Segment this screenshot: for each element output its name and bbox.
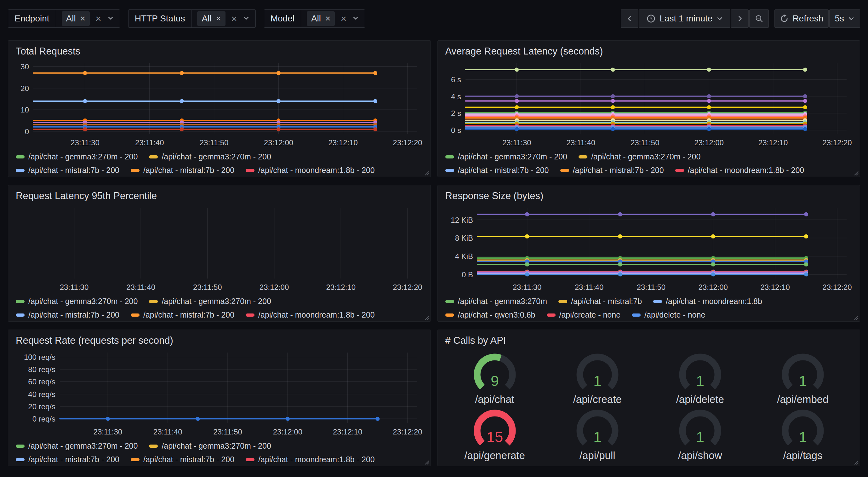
legend-item[interactable]: /api/chat - mistral:7b - 200 [560, 166, 664, 175]
panel-resize-handle[interactable] [852, 169, 859, 176]
legend-item[interactable]: /api/chat - gemma3:270m - 200 [16, 441, 137, 450]
timeseries-chart[interactable]: 23:11:3023:11:4023:11:5023:12:0023:12:10… [14, 204, 425, 294]
chevron-down-icon[interactable] [352, 14, 359, 23]
chart-canvas[interactable]: 010203023:11:3023:11:4023:11:5023:12:002… [14, 60, 425, 148]
svg-text:23:11:40: 23:11:40 [135, 138, 164, 147]
time-shift-forward-button[interactable] [731, 9, 749, 28]
filter-label[interactable]: Model [264, 10, 301, 27]
selected-value-chip[interactable]: All× [307, 11, 335, 26]
panel-title[interactable]: Request Latency 95th Percentile [14, 190, 425, 204]
legend-item[interactable]: /api/create - none [547, 310, 621, 320]
panel-title[interactable]: Average Request Latency (seconds) [443, 45, 855, 60]
legend-item[interactable]: /api/chat - mistral:7b - 200 [131, 455, 234, 464]
panel-title[interactable]: Response Size (bytes) [443, 190, 855, 204]
legend-item[interactable]: /api/chat - mistral:7b - 200 [16, 455, 119, 464]
gauge-api-generate: 15/api/generate [463, 408, 526, 461]
series-color-swatch [149, 155, 158, 158]
panel-resize-handle[interactable] [423, 458, 429, 465]
legend-item[interactable]: /api/chat - mistral:7b [558, 297, 642, 306]
clock-icon [646, 14, 656, 23]
legend-item[interactable]: /api/chat - mistral:7b - 200 [131, 310, 234, 320]
filter-label[interactable]: Endpoint [8, 10, 56, 27]
legend-item-label: /api/chat - mistral:7b - 200 [28, 455, 119, 464]
panel-title[interactable]: Total Requests [14, 45, 425, 60]
legend-item[interactable]: /api/chat - gemma3:270m - 200 [16, 297, 137, 306]
remove-value-icon[interactable]: × [326, 14, 330, 23]
zoom-out-button[interactable] [749, 9, 769, 28]
legend-item[interactable]: /api/chat - gemma3:270m - 200 [149, 152, 271, 161]
series-color-swatch [131, 458, 140, 461]
series-color-swatch [653, 300, 662, 303]
chart-canvas[interactable]: 0 s2 s4 s6 s23:11:3023:11:4023:11:5023:1… [443, 60, 855, 148]
timeseries-chart[interactable]: 0 req/s20 req/s40 req/s60 req/s80 req/s1… [14, 349, 425, 439]
filter-value-dropdown[interactable]: All×× [301, 10, 365, 27]
selected-value-chip[interactable]: All× [197, 11, 225, 26]
timeseries-chart[interactable]: 010203023:11:3023:11:4023:11:5023:12:002… [14, 60, 425, 150]
legend-item[interactable]: /api/chat - gemma3:270m [445, 297, 547, 306]
legend-item[interactable]: /api/chat - gemma3:270m - 200 [149, 441, 271, 450]
gauge-arc: 1 [566, 352, 629, 393]
legend-item[interactable]: /api/chat - moondream:1.8b - 200 [246, 166, 375, 175]
legend-item[interactable]: /api/chat - gemma3:270m - 200 [579, 152, 701, 161]
legend-item-label: /api/chat - gemma3:270m - 200 [161, 152, 271, 161]
legend-item[interactable]: /api/chat - qwen3:0.6b [445, 310, 535, 320]
chart-canvas[interactable]: 0 B4 KiB8 KiB12 KiB23:11:3023:11:4023:11… [443, 204, 855, 293]
gauge-value: 1 [799, 428, 807, 445]
series-color-swatch [547, 314, 556, 317]
legend-item[interactable]: /api/chat - mistral:7b - 200 [16, 310, 119, 320]
refresh-button[interactable]: Refresh [774, 9, 829, 28]
gauge-arc: 1 [566, 408, 629, 450]
legend-item[interactable]: /api/chat - moondream:1.8b - 200 [246, 455, 375, 464]
time-range-picker[interactable]: Last 1 minute [639, 9, 731, 28]
clear-filter-icon[interactable]: × [95, 13, 101, 24]
legend-item[interactable]: /api/chat - mistral:7b - 200 [131, 166, 234, 175]
svg-text:23:12:10: 23:12:10 [328, 138, 358, 147]
panel-request-rate: Request Rate (requests per second) 0 req… [8, 330, 431, 466]
legend-item[interactable]: /api/chat - mistral:7b - 200 [445, 166, 549, 175]
selected-value-chip[interactable]: All× [62, 11, 90, 26]
legend-item[interactable]: /api/chat - mistral:7b - 200 [16, 166, 119, 175]
gauge-value: 1 [799, 372, 807, 389]
clear-filter-icon[interactable]: × [231, 13, 237, 24]
series-color-swatch [632, 314, 641, 317]
legend-item-label: /api/chat - moondream:1.8b [666, 297, 762, 306]
panel-title[interactable]: # Calls by API [443, 334, 855, 349]
legend-item-label: /api/chat - moondream:1.8b - 200 [258, 310, 375, 320]
legend-item[interactable]: /api/chat - gemma3:270m - 200 [16, 152, 137, 161]
svg-text:30: 30 [21, 62, 29, 71]
legend-item[interactable]: /api/chat - moondream:1.8b - 200 [246, 310, 375, 320]
legend-item[interactable]: /api/chat - moondream:1.8b - 200 [675, 166, 804, 175]
panel-resize-handle[interactable] [852, 458, 859, 465]
legend-item[interactable]: /api/chat - gemma3:270m - 200 [149, 297, 271, 306]
clear-filter-icon[interactable]: × [340, 13, 346, 24]
gauge-arc: 1 [669, 408, 732, 450]
chevron-down-icon[interactable] [107, 14, 114, 23]
panel-resize-handle[interactable] [852, 314, 859, 320]
legend-item-label: /api/chat - mistral:7b [571, 297, 642, 306]
svg-text:20 req/s: 20 req/s [28, 402, 56, 411]
panel-title[interactable]: Request Rate (requests per second) [14, 334, 425, 349]
panel-calls-by-api: # Calls by API 9/api/chat1/api/create1/a… [437, 330, 861, 466]
legend-item[interactable]: /api/chat - gemma3:270m - 200 [445, 152, 567, 161]
panel-resize-handle[interactable] [423, 169, 429, 176]
timeseries-chart[interactable]: 0 s2 s4 s6 s23:11:3023:11:4023:11:5023:1… [443, 60, 855, 150]
chart-canvas[interactable]: 0 req/s20 req/s40 req/s60 req/s80 req/s1… [14, 349, 425, 438]
gauge-value: 1 [593, 372, 601, 389]
chart-canvas[interactable]: 23:11:3023:11:4023:11:5023:12:0023:12:10… [14, 204, 425, 293]
chevron-down-icon[interactable] [243, 14, 250, 23]
gauge-api-delete: 1/api/delete [669, 352, 732, 406]
legend-item[interactable]: /api/delete - none [632, 310, 705, 320]
filter-label[interactable]: HTTP Status [128, 10, 192, 27]
gauge-title: /api/pull [580, 450, 615, 461]
gauge-value: 15 [486, 428, 503, 445]
filter-value-dropdown[interactable]: All×× [191, 10, 255, 27]
remove-value-icon[interactable]: × [216, 14, 221, 23]
legend-item[interactable]: /api/chat - moondream:1.8b [653, 297, 762, 306]
timeseries-chart[interactable]: 0 B4 KiB8 KiB12 KiB23:11:3023:11:4023:11… [443, 204, 855, 294]
refresh-interval-picker[interactable]: 5s [829, 9, 860, 28]
gauge-value: 1 [593, 428, 601, 445]
remove-value-icon[interactable]: × [80, 14, 85, 23]
panel-resize-handle[interactable] [423, 314, 429, 320]
time-shift-back-button[interactable] [621, 9, 639, 28]
filter-value-dropdown[interactable]: All×× [56, 10, 120, 27]
